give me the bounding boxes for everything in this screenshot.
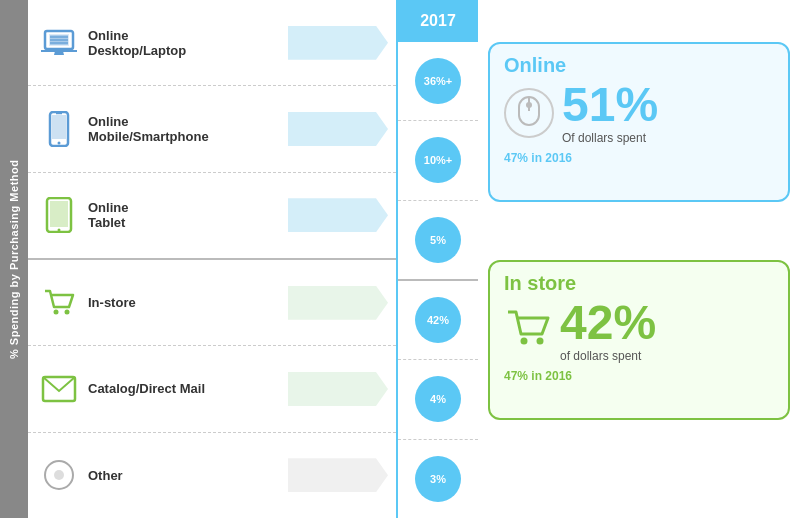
- svg-point-23: [537, 338, 544, 345]
- tablet-icon: [40, 196, 78, 234]
- bubble-desktop: 36%+: [415, 58, 461, 104]
- phone-icon: [40, 110, 78, 148]
- other-icon: [40, 456, 78, 494]
- bubble-mobile: 10%+: [415, 137, 461, 183]
- online-box-prev: 47% in 2016: [504, 151, 774, 165]
- bubble-instore: 42%: [415, 297, 461, 343]
- instore-box-title: In store: [504, 272, 774, 295]
- row-label-other: Other: [88, 468, 288, 483]
- online-box-percent: 51%: [562, 81, 658, 129]
- y-axis-label: % Spending by Purchasing Method: [0, 0, 28, 518]
- row-online-tablet: Online Tablet: [28, 173, 396, 260]
- mouse-icon: [504, 88, 554, 138]
- instore-box-desc: of dollars spent: [560, 349, 656, 363]
- instore-info-box: In store 42% of dollars spent 47% in 201…: [488, 260, 790, 420]
- bubble-other: 3%: [415, 456, 461, 502]
- row-label-online-tablet: Online Tablet: [88, 200, 288, 230]
- left-panel: Online Desktop/Laptop Onli: [28, 0, 398, 518]
- year-cell-1: 36%+: [398, 42, 478, 121]
- main-container: % Spending by Purchasing Method: [0, 0, 800, 518]
- row-label-online-mobile: Online Mobile/Smartphone: [88, 114, 288, 144]
- row-other: Other: [28, 433, 396, 518]
- year-cell-3: 5%: [398, 201, 478, 281]
- instore-cart-icon: [504, 306, 552, 346]
- mail-icon: [40, 370, 78, 408]
- year-cell-6: 3%: [398, 440, 478, 518]
- year-cell-5: 4%: [398, 360, 478, 439]
- row-label-catalog: Catalog/Direct Mail: [88, 381, 288, 396]
- row-online-desktop: Online Desktop/Laptop: [28, 0, 396, 86]
- year-column: 2017 36%+ 10%+ 5% 42% 4% 3%: [398, 0, 478, 518]
- online-box-desc: Of dollars spent: [562, 131, 658, 145]
- svg-point-21: [526, 102, 532, 108]
- right-panel: Online 51% Of dollars spent 47% in 2016 …: [478, 0, 800, 518]
- svg-point-14: [54, 309, 59, 314]
- instore-box-prev: 47% in 2016: [504, 369, 774, 383]
- bubble-tablet: 5%: [415, 217, 461, 263]
- year-cell-2: 10%+: [398, 121, 478, 200]
- svg-point-18: [54, 470, 64, 480]
- svg-point-15: [65, 309, 70, 314]
- svg-rect-12: [50, 201, 68, 227]
- online-info-box: Online 51% Of dollars spent 47% in 2016: [488, 42, 790, 202]
- instore-box-content: 42% of dollars spent: [504, 299, 774, 363]
- online-box-content: 51% Of dollars spent: [504, 81, 774, 145]
- row-online-mobile: Online Mobile/Smartphone: [28, 86, 396, 172]
- row-instore: In-store: [28, 260, 396, 346]
- svg-point-13: [58, 229, 61, 232]
- year-header: 2017: [398, 0, 478, 42]
- row-label-instore: In-store: [88, 295, 288, 310]
- svg-rect-8: [52, 115, 66, 139]
- cart-icon-row: [40, 284, 78, 322]
- row-label-online-desktop: Online Desktop/Laptop: [88, 28, 288, 58]
- instore-box-percent: 42%: [560, 299, 656, 347]
- row-catalog: Catalog/Direct Mail: [28, 346, 396, 432]
- online-box-title: Online: [504, 54, 774, 77]
- bubble-catalog: 4%: [415, 376, 461, 422]
- svg-point-9: [58, 141, 61, 144]
- svg-point-22: [521, 338, 528, 345]
- year-cell-4: 42%: [398, 281, 478, 360]
- laptop-icon: [40, 24, 78, 62]
